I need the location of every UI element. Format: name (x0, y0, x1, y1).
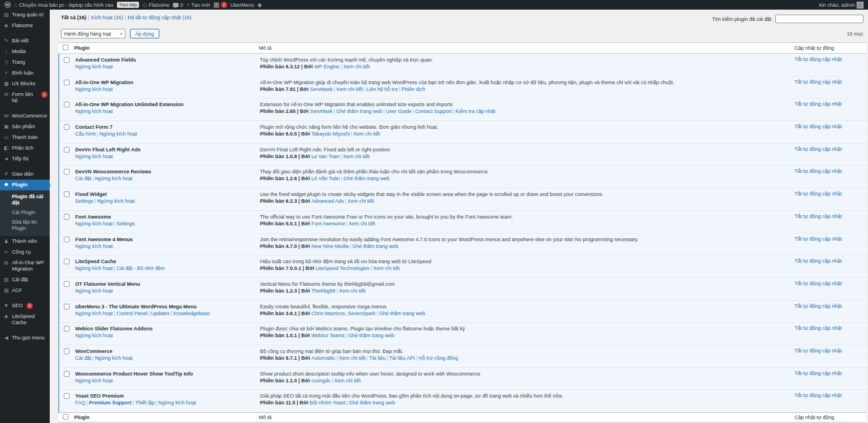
sidebar-item-giao-di-n[interactable]: ✐Giao diện (0, 169, 50, 180)
plugin-meta-link[interactable]: Ghé thăm trang web (349, 400, 395, 405)
plugin-author-link[interactable]: ServMask (310, 108, 332, 114)
plugin-meta-link[interactable]: Xem chi tiết (343, 64, 370, 69)
toggle-auto-update-link[interactable]: Tắt tự động cập nhật (795, 236, 842, 242)
seo-notifications[interactable]: Y 2 (214, 2, 227, 8)
action-link[interactable]: Ngừng kích hoạt (75, 311, 113, 316)
plugin-meta-link[interactable]: Xem chi tiết (349, 221, 375, 226)
select-all-checkbox-footer[interactable] (63, 414, 68, 420)
sidebar-item-ph-n-t-ch[interactable]: ◧Phân tích (0, 143, 50, 154)
action-link[interactable]: Ngừng kích hoạt (75, 243, 113, 249)
plugin-meta-link[interactable]: Contact Support (415, 108, 452, 114)
sidebar-item-plugin[interactable]: ❖Plugin (0, 180, 50, 190)
plugin-author-link[interactable]: Font Awesome (311, 221, 345, 226)
action-link[interactable]: Ngừng kích hoạt (97, 198, 135, 204)
action-link[interactable]: Cài đặt - Bộ nhớ đệm (116, 265, 165, 271)
plugin-meta-link[interactable]: Xem chi tiết (339, 355, 366, 361)
plugin-meta-link[interactable]: Ghé thăm trang web (379, 311, 426, 316)
toggle-auto-update-link[interactable]: Tắt tự động cập nhật (795, 258, 842, 264)
plugin-author-link[interactable]: LiteSpeed Technologies (315, 265, 369, 271)
filter-link[interactable]: Đã tắt tự động cập nhật (16) (128, 15, 192, 20)
row-checkbox[interactable] (64, 57, 70, 63)
wordpress-menu[interactable]: W (5, 2, 11, 8)
site-link[interactable]: ⌂ Chuyên mua bán pc - laptop cấu hình ca… (14, 2, 114, 8)
action-link[interactable]: Updates (151, 311, 170, 316)
plugin-meta-link[interactable]: Phiên dịch (401, 86, 425, 92)
toggle-auto-update-link[interactable]: Tắt tự động cập nhật (795, 281, 842, 286)
sidebar-item-trang-qu-n-tr[interactable]: ▤Trang quản trị (0, 10, 50, 20)
sidebar-item-flatsome[interactable]: ◈Flatsome (0, 20, 50, 31)
action-link[interactable]: Settings (116, 221, 135, 226)
row-checkbox[interactable] (64, 80, 70, 85)
submenu-item-s-a-t-p-tin-plugin[interactable]: Sửa tệp tin Plugin (0, 217, 50, 233)
sidebar-item-b-i-vi-t[interactable]: ✎Bài viết (0, 36, 50, 46)
toggle-auto-update-link[interactable]: Tắt tự động cập nhật (795, 325, 842, 331)
row-checkbox[interactable] (64, 326, 70, 332)
action-link[interactable]: Ngừng kích hoạt (75, 333, 113, 338)
action-link[interactable]: Cấu hình (75, 131, 96, 137)
action-link[interactable]: Cài đặt (75, 176, 92, 181)
plugin-author-link[interactable]: Takayuki Miyoshi (311, 131, 350, 137)
plugin-author-link[interactable]: Thinhbg59 (311, 288, 336, 294)
new-content-menu[interactable]: + Tạo mới (186, 2, 210, 8)
theme-menu[interactable]: ◇ Flatsome (142, 2, 170, 8)
row-checkbox[interactable] (64, 259, 70, 264)
toggle-auto-update-link[interactable]: Tắt tự động cập nhật (795, 79, 842, 85)
apply-button[interactable]: Áp dụng (130, 29, 159, 38)
toggle-auto-update-link[interactable]: Tắt tự động cập nhật (795, 191, 842, 197)
sidebar-item-thu-g-n-menu[interactable]: ◀Thu gọn menu (0, 333, 50, 343)
plugin-meta-link[interactable]: Xem chi tiết (348, 198, 374, 204)
sidebar-item-th-nh-vi-n[interactable]: ♟Thành viên (0, 236, 50, 247)
comments-shortcut[interactable]: 0 (173, 2, 183, 8)
plugin-author-link[interactable]: Lê Văn Toản (311, 176, 340, 181)
action-link[interactable]: Thiết lập (135, 400, 155, 405)
toggle-auto-update-link[interactable]: Tắt tự động cập nhật (795, 168, 842, 174)
toggle-auto-update-link[interactable]: Tắt tự động cập nhật (795, 303, 842, 309)
sidebar-item-s-n-ph-m[interactable]: ▣Sản phẩm (0, 121, 50, 132)
sidebar-item-woocommerce[interactable]: WWooCommerce (0, 111, 50, 121)
filter-link[interactable]: Tất cả (16) (61, 15, 86, 20)
action-link[interactable]: Control Panel (116, 311, 147, 316)
toggle-auto-update-link[interactable]: Tắt tự động cập nhật (795, 56, 842, 62)
plugin-author-link[interactable]: Đội nhóm Yoast (310, 400, 345, 405)
action-link[interactable]: Ngừng kích hoạt (158, 400, 196, 405)
action-link[interactable]: Ngừng kích hoạt (75, 108, 113, 114)
row-checkbox[interactable] (64, 237, 70, 242)
plugin-author-link[interactable]: Advanced Ads (311, 198, 344, 204)
action-link[interactable]: Ngừng kích hoạt (75, 378, 113, 383)
sidebar-item-c-i-t[interactable]: ▥Cài đặt (0, 274, 50, 285)
sidebar-item-litespeed-cache[interactable]: ◈LiteSpeed Cache (0, 311, 50, 328)
plugin-meta-link[interactable]: Ghé thăm trang web (348, 333, 394, 338)
action-link[interactable]: Settings (75, 198, 94, 204)
row-checkbox[interactable] (64, 124, 70, 130)
submenu-item-plugin-c-i-t[interactable]: Plugin đã cài đặt (0, 192, 50, 208)
toggle-auto-update-link[interactable]: Tắt tự động cập nhật (795, 370, 842, 376)
toggle-auto-update-link[interactable]: Tắt tự động cập nhật (795, 146, 842, 152)
plugin-meta-link[interactable]: Xem chi tiết (343, 154, 370, 159)
sidebar-item-media[interactable]: ♪Media (0, 46, 50, 57)
plugin-author-link[interactable]: Webico Teams (311, 333, 345, 338)
toggle-auto-update-link[interactable]: Tắt tự động cập nhật (795, 213, 842, 219)
plugin-meta-link[interactable]: Liên hệ hỗ trợ (366, 86, 398, 92)
plugin-meta-link[interactable]: Hỗ trợ cộng đồng (418, 355, 458, 361)
action-link[interactable]: Ngừng kích hoạt (75, 221, 113, 226)
toggle-auto-update-link[interactable]: Tắt tự động cập nhật (795, 101, 842, 107)
row-checkbox[interactable] (64, 102, 70, 107)
plugin-meta-link[interactable]: Ghé thăm trang web (344, 176, 390, 181)
plugin-author-link[interactable]: Chris Mavricos, SevenSpark (311, 311, 376, 316)
bulk-actions-select[interactable]: Hành động hàng loạt ∨ (61, 29, 125, 38)
toggle-auto-update-link[interactable]: Tắt tự động cập nhật (795, 393, 842, 398)
action-link[interactable]: Ngừng kích hoạt (75, 86, 113, 92)
plugin-meta-link[interactable]: Xem chi tiết (353, 131, 380, 137)
sidebar-item-thanh-to-n[interactable]: ▭Thanh toán (0, 132, 50, 143)
action-link[interactable]: Ngừng kích hoạt (75, 154, 113, 159)
action-link[interactable]: Cài đặt (75, 355, 92, 361)
action-link[interactable]: Ngừng kích hoạt (95, 176, 133, 181)
plugin-author-link[interactable]: Automattic (311, 355, 336, 361)
plugin-meta-link[interactable]: Tài liệu API (389, 355, 415, 361)
search-input[interactable] (775, 15, 863, 23)
action-link[interactable]: FAQ (75, 400, 85, 405)
toggle-auto-update-link[interactable]: Tắt tự động cập nhật (795, 348, 842, 354)
sidebar-item-seo[interactable]: ▼SEO2 (0, 300, 50, 311)
plugin-meta-link[interactable]: Xem chi tiết (373, 265, 400, 271)
plugin-author-link[interactable]: ServMask (310, 86, 332, 92)
